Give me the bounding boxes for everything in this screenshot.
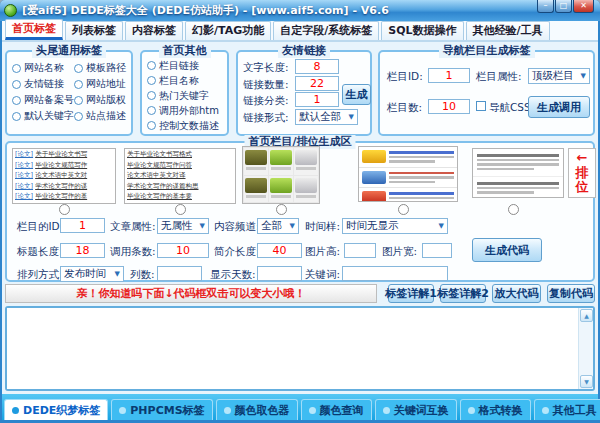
dot-icon: [542, 407, 549, 414]
image-width-label: 图片宽:: [382, 245, 417, 259]
nav-css-checkbox[interactable]: [476, 101, 486, 111]
tab-sql-ops[interactable]: SQL数据操作: [381, 21, 463, 40]
chevron-down-icon: ▼: [346, 113, 357, 121]
radio-site-url[interactable]: 网站地址: [74, 76, 128, 92]
copy-code-button[interactable]: 复制代码: [547, 284, 595, 303]
radio-style-1[interactable]: [59, 204, 70, 215]
column-count-input[interactable]: [428, 99, 470, 114]
link-category-input[interactable]: [295, 92, 339, 107]
close-button[interactable]: ✕: [573, 0, 594, 13]
radio-style-3[interactable]: [276, 204, 287, 215]
car-thumbnail: [294, 148, 318, 175]
rank-indicator: ← 排 位: [568, 148, 596, 198]
nav-css-label: 导航CSS: [489, 101, 531, 115]
image-width-input[interactable]: [422, 243, 452, 258]
scroll-down-icon[interactable]: ▼: [580, 375, 593, 388]
radio-column-name[interactable]: 栏目名称: [147, 73, 219, 88]
time-style-select[interactable]: 时间无显示▼: [342, 218, 448, 234]
tab-format-convert[interactable]: 格式转换: [460, 399, 531, 420]
title-length-input[interactable]: [60, 243, 105, 258]
group-common-tags-title: 头尾通用标签: [32, 44, 106, 58]
radio-site-description[interactable]: 站点描述: [74, 108, 128, 124]
radio-copyright[interactable]: 网站版权: [74, 92, 128, 108]
enlarge-code-button[interactable]: 放大代码: [492, 284, 541, 303]
tab-keyword-swap[interactable]: 关键词互换: [375, 399, 457, 420]
tab-phantom-tag[interactable]: 幻影/TAG功能: [185, 21, 271, 40]
sort-mode-select[interactable]: 发布时间▼: [60, 266, 124, 282]
column-attr-select[interactable]: 顶级栏目▼: [528, 68, 590, 84]
radio-icp-number[interactable]: 网站备案号: [12, 92, 74, 108]
radio-icon: [12, 80, 21, 89]
link-form-select[interactable]: 默认全部▼: [295, 109, 358, 125]
dot-icon: [383, 407, 390, 414]
tag-explain-2-button[interactable]: 标签详解2: [440, 284, 486, 303]
radio-external-htm[interactable]: 调用外部htm: [147, 103, 219, 118]
maximize-button[interactable]: □: [555, 0, 572, 13]
chevron-down-icon: ▼: [287, 222, 298, 230]
tab-content-tags[interactable]: 内容标签: [125, 21, 183, 40]
top-tab-strip: 首页标签 列表标签 内容标签 幻影/TAG功能 自定字段/系统标签 SQL数据操…: [2, 21, 598, 42]
group-friend-links: 友情链接 文字长度: 链接数量: 链接分类: 链接形式: 默认全部▼ 生成: [236, 50, 372, 136]
tag-explain-1-button[interactable]: 标签详解1: [388, 284, 434, 303]
link-count-label: 链接数量:: [243, 78, 289, 92]
column-id-input[interactable]: [428, 68, 470, 83]
link-count-input[interactable]: [295, 76, 339, 91]
keyword-input[interactable]: [342, 266, 448, 281]
radio-template-path[interactable]: 模板路径: [74, 60, 128, 76]
article-attr-select[interactable]: 无属性▼: [157, 218, 209, 234]
radio-icon: [12, 96, 21, 105]
radio-column-link[interactable]: 栏目链接: [147, 58, 219, 73]
show-days-label: 显示天数:: [210, 268, 256, 282]
tab-color-query[interactable]: 颜色查询: [301, 399, 372, 420]
minimize-button[interactable]: –: [537, 0, 554, 13]
preview-style-image-grid: [242, 146, 320, 204]
tab-other-tools[interactable]: 其他经验/工具: [466, 21, 550, 40]
columns-input[interactable]: [157, 266, 202, 281]
dot-icon: [309, 407, 316, 414]
tab-dede-tags[interactable]: DEDE织梦标签: [4, 399, 108, 420]
desc-length-input[interactable]: [257, 243, 302, 258]
channel-select[interactable]: 全部▼: [257, 218, 299, 234]
tab-list-tags[interactable]: 列表标签: [65, 21, 123, 40]
column-of-id-input[interactable]: [60, 218, 105, 233]
chevron-down-icon: ▼: [112, 270, 123, 278]
radio-default-keywords[interactable]: 默认关键字: [12, 108, 74, 124]
car-thumbnail: [244, 148, 268, 175]
tab-custom-fields[interactable]: 自定字段/系统标签: [273, 21, 379, 40]
call-rows-input[interactable]: [157, 243, 209, 258]
code-output-panel: ▲ ▼: [5, 306, 595, 391]
generate-links-button[interactable]: 生成: [342, 84, 371, 105]
scrollbar[interactable]: ▲ ▼: [578, 308, 593, 389]
preview-style-title-list: 关于毕业论文书写格式 毕业论文规范写作问答 论文术语中英文对译 学术论文写作的谋…: [124, 148, 236, 204]
group-common-tags: 头尾通用标签 网站名称 模板路径 友情链接 网站地址 网站备案号 网站版权 默认…: [5, 50, 133, 136]
radio-style-2[interactable]: [175, 204, 186, 215]
scroll-up-icon[interactable]: ▲: [580, 309, 593, 322]
titlebar: [爱aif5] DEDE标签大全 (DEDE仿站助手) - [www.aif5.…: [0, 0, 600, 21]
left-arrow-icon: ←: [577, 151, 588, 166]
show-days-input[interactable]: [257, 266, 302, 281]
radio-hot-keywords[interactable]: 热门关键字: [147, 88, 219, 103]
preview-style-category-list: [论文] 关于毕业论文书写 [论文] 毕业论文规范写作 [论文] 论文术语中英文…: [12, 148, 116, 204]
code-output[interactable]: [7, 308, 578, 389]
radio-text-control[interactable]: 控制文数描述: [147, 118, 219, 133]
image-height-input[interactable]: [344, 243, 376, 258]
text-length-input[interactable]: [295, 59, 339, 74]
radio-style-5[interactable]: [508, 204, 519, 215]
dot-icon: [12, 407, 19, 414]
radio-icon: [74, 112, 83, 121]
chevron-down-icon: ▼: [197, 222, 208, 230]
tab-other-utils[interactable]: 其他工具: [534, 399, 600, 420]
car-thumbnail: [362, 191, 386, 202]
tab-color-picker[interactable]: 颜色取色器: [216, 399, 298, 420]
column-of-id-label: 栏目的ID:: [17, 220, 63, 234]
title-length-label: 标题长度:: [17, 245, 63, 259]
image-height-label: 图片高:: [305, 245, 340, 259]
generate-code-button[interactable]: 生成代码: [472, 238, 542, 262]
group-nav-tags-title: 导航栏目生成标签: [439, 44, 535, 58]
tab-phpcms-tags[interactable]: PHPCMS标签: [111, 399, 212, 420]
radio-site-name[interactable]: 网站名称: [12, 60, 74, 76]
radio-style-4[interactable]: [398, 204, 409, 215]
radio-friend-links[interactable]: 友情链接: [12, 76, 74, 92]
generate-nav-button[interactable]: 生成调用: [528, 96, 590, 118]
tab-home-tags[interactable]: 首页标签: [5, 19, 63, 40]
